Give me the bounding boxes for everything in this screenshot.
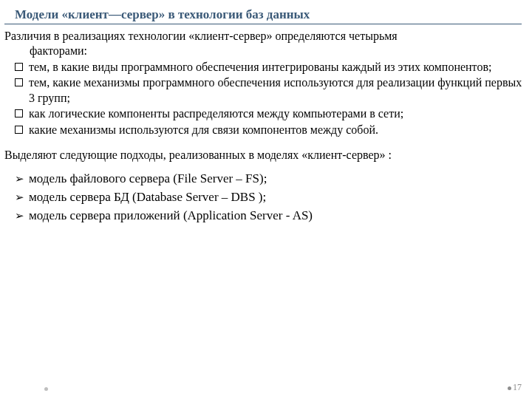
checkbox-icon (15, 78, 23, 86)
list-item-text: как логические компоненты распределяются… (29, 106, 525, 121)
slide-title: Модели «клиент—сервер» в технологии баз … (0, 0, 532, 24)
list-item: ➢ модель сервера приложений (Application… (15, 208, 525, 224)
decorative-dot (44, 387, 48, 391)
list-item: тем, в какие виды программного обеспечен… (15, 60, 525, 75)
approaches-intro: Выделяют следующие подходы, реализованны… (4, 148, 525, 163)
list-item-text: модель файлового сервера (File Server – … (29, 171, 525, 187)
page-number: 17 (508, 382, 522, 393)
list-item: какие механизмы используются для связи к… (15, 123, 525, 137)
list-item: тем, какие механизмы программного обеспе… (15, 75, 525, 106)
arrow-icon: ➢ (15, 208, 24, 224)
title-divider (4, 24, 522, 24)
list-item-text: модель сервера БД (Database Server – DBS… (29, 189, 525, 205)
factor-list: тем, в какие виды программного обеспечен… (15, 60, 525, 137)
arrow-icon: ➢ (15, 171, 24, 187)
list-item-text: какие механизмы используются для связи к… (29, 123, 525, 137)
list-item: ➢ модель файлового сервера (File Server … (15, 171, 525, 187)
intro-text: Различия в реализациях технологии «клиен… (4, 29, 525, 59)
list-item-text: тем, в какие виды программного обеспечен… (29, 60, 525, 75)
list-item: как логические компоненты распределяются… (15, 106, 525, 121)
checkbox-icon (15, 63, 23, 71)
intro-lead: Различия в реализациях технологии «клиен… (4, 29, 525, 44)
arrow-icon: ➢ (15, 189, 24, 205)
list-item: ➢ модель сервера БД (Database Server – D… (15, 189, 525, 205)
checkbox-icon (15, 109, 23, 117)
list-item-text: тем, какие механизмы программного обеспе… (29, 75, 525, 106)
intro-factors: факторами: (30, 44, 525, 58)
approach-list: ➢ модель файлового сервера (File Server … (15, 171, 525, 224)
checkbox-icon (15, 126, 23, 134)
slide-content: Различия в реализациях технологии «клиен… (0, 29, 532, 224)
list-item-text: модель сервера приложений (Application S… (29, 208, 525, 224)
